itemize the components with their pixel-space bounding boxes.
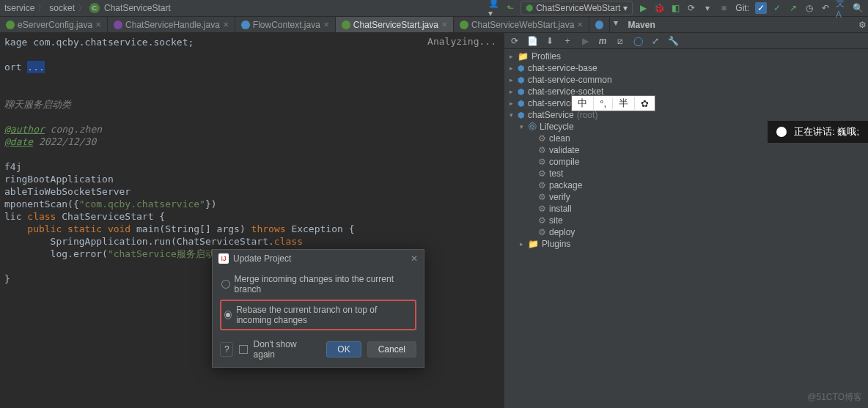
lifecycle-goal[interactable]: ⚙compile xyxy=(507,156,865,168)
update-project-icon[interactable]: ✓ xyxy=(755,2,767,14)
gear-icon: ⚙ xyxy=(538,145,546,155)
editor-tab[interactable]: FlowContext.java ✕ xyxy=(235,17,336,32)
ime-width[interactable]: 半 xyxy=(613,97,635,110)
editor-tab-active[interactable]: ChatServiceStart.java ✕ xyxy=(336,17,454,32)
run-configuration-selector[interactable]: ⬢ ChatServiceWebStart ▾ xyxy=(521,1,633,15)
editor-tab[interactable]: ChatServiceWebStart.java ✕ xyxy=(454,17,590,32)
lifecycle-goal[interactable]: ⚙site xyxy=(507,215,865,226)
class-icon xyxy=(342,21,350,29)
close-icon[interactable]: ✕ xyxy=(577,21,583,29)
close-icon[interactable]: ✕ xyxy=(411,253,418,264)
radio-checked-icon[interactable] xyxy=(224,311,232,319)
profile-icon[interactable]: ⟳ xyxy=(685,2,697,14)
lifecycle-goal[interactable]: ⚙deploy xyxy=(507,226,865,238)
lifecycle-goal[interactable]: ⚙verify xyxy=(507,191,865,203)
hammer-icon[interactable]: ⬑ xyxy=(504,2,516,14)
gear-icon: ⚙ xyxy=(538,168,546,179)
lifecycle-goal[interactable]: ⚙package xyxy=(507,179,865,191)
gear-icon: ⚙ xyxy=(538,227,546,237)
settings-icon[interactable]: ⚙ xyxy=(856,19,868,31)
ime-lang[interactable]: 中 xyxy=(572,97,594,110)
spring-boot-icon: ⬢ xyxy=(526,3,533,13)
editor-tab-empty[interactable] xyxy=(589,17,610,32)
editor-tab[interactable]: ChatServiceHandle.java ✕ xyxy=(108,17,235,32)
chevron-right-icon: 〉 xyxy=(37,2,46,15)
search-icon[interactable]: 🔍 xyxy=(852,2,864,14)
tree-node-module[interactable]: ▸⬢chat-service-common xyxy=(507,74,865,86)
tree-node-plugins[interactable]: ▸📁Plugins xyxy=(507,238,865,250)
tree-node-module[interactable]: ▸⬢chat-service-web xyxy=(507,97,865,109)
lifecycle-goal[interactable]: ⚙validate xyxy=(507,144,865,156)
breadcrumb-item[interactable]: socket xyxy=(49,3,75,13)
debug-icon[interactable]: 🐞 xyxy=(653,2,665,14)
chevron-right-icon[interactable]: ▸ xyxy=(507,76,515,84)
chevron-right-icon[interactable]: ▸ xyxy=(507,53,515,60)
lifecycle-goal[interactable]: ⚙test xyxy=(507,168,865,179)
help-button[interactable]: ? xyxy=(220,342,233,357)
cancel-button[interactable]: Cancel xyxy=(367,341,416,357)
download-icon[interactable]: ⬇ xyxy=(544,35,556,47)
microphone-icon[interactable] xyxy=(776,127,787,137)
close-icon[interactable]: ✕ xyxy=(223,21,229,29)
class-icon xyxy=(6,21,15,29)
push-icon[interactable]: ↗ xyxy=(787,2,799,14)
rollback-icon[interactable]: ↶ xyxy=(820,2,831,14)
chevron-down-icon[interactable]: ▾ xyxy=(518,123,525,130)
dont-show-checkbox[interactable] xyxy=(239,345,247,354)
more-icon[interactable]: ▾ xyxy=(702,2,713,14)
history-icon[interactable]: ◷ xyxy=(803,2,815,14)
module-icon: ⬢ xyxy=(518,75,525,85)
commit-icon[interactable]: ✓ xyxy=(771,2,783,14)
coverage-icon[interactable]: ◧ xyxy=(669,2,681,14)
tree-label: Profiles xyxy=(532,51,561,62)
editor-tab[interactable]: eServerConfig.java ✕ xyxy=(0,17,108,32)
radio-label: Rebase the current branch on top of inco… xyxy=(236,305,412,325)
breadcrumb-item[interactable]: tservice xyxy=(4,3,34,13)
ok-button[interactable]: OK xyxy=(326,341,361,357)
radio-unchecked-icon[interactable] xyxy=(221,280,230,289)
stop-icon[interactable]: ■ xyxy=(718,2,729,14)
dont-show-label: Don't show again xyxy=(254,339,315,360)
chevron-right-icon[interactable]: ▸ xyxy=(507,100,515,107)
ime-indicator[interactable]: 中 °, 半 ✿ xyxy=(571,95,655,111)
refresh-icon[interactable]: ⟳ xyxy=(509,35,521,47)
breadcrumb-item[interactable]: ChatServiceStart xyxy=(104,3,171,13)
ime-punct[interactable]: °, xyxy=(594,98,613,109)
chevron-right-icon[interactable]: ▸ xyxy=(518,240,525,248)
run-icon[interactable]: ▶ xyxy=(579,35,591,47)
tree-node-profiles[interactable]: ▸ 📁 Profiles xyxy=(507,51,865,62)
class-icon: C xyxy=(89,3,100,13)
rebase-option[interactable]: Rebase the current branch on top of inco… xyxy=(220,300,416,330)
chevron-right-icon[interactable]: ▸ xyxy=(507,64,515,72)
tree-label: validate xyxy=(549,145,579,155)
close-icon[interactable]: ✕ xyxy=(323,21,329,29)
close-icon[interactable]: ✕ xyxy=(95,21,101,29)
tree-node-root[interactable]: ▾⬢chatService (root) xyxy=(507,109,865,121)
root-suffix: (root) xyxy=(577,110,598,120)
chevron-right-icon[interactable]: ▸ xyxy=(507,88,515,95)
module-icon: ⬢ xyxy=(518,99,525,108)
dialog-header[interactable]: IJ Update Project ✕ xyxy=(213,250,424,267)
merge-option[interactable]: Merge incoming changes into the current … xyxy=(220,272,416,297)
ime-settings-icon[interactable]: ✿ xyxy=(635,98,655,109)
chevron-right-icon: 〉 xyxy=(78,2,87,15)
close-icon[interactable]: ✕ xyxy=(441,21,447,29)
generate-sources-icon[interactable]: 📄 xyxy=(526,35,538,47)
run-icon[interactable]: ▶ xyxy=(637,2,649,14)
toggle-skip-tests-icon[interactable]: ⧄ xyxy=(614,35,626,47)
chevron-down-icon[interactable]: ▾ xyxy=(610,17,622,29)
code-fold[interactable]: ... xyxy=(27,61,44,73)
user-icon[interactable]: 👤▾ xyxy=(488,2,500,14)
translate-icon[interactable]: 文A xyxy=(836,2,847,14)
chevron-down-icon[interactable]: ▾ xyxy=(507,111,515,119)
tree-node-module[interactable]: ▸⬢chat-service-socket xyxy=(507,86,865,97)
add-icon[interactable]: + xyxy=(562,35,573,47)
maven-m-icon[interactable]: m xyxy=(597,35,608,47)
wrench-icon[interactable]: 🔧 xyxy=(667,35,679,47)
module-icon: ⬢ xyxy=(518,111,525,120)
lifecycle-goal[interactable]: ⚙install xyxy=(507,203,865,215)
tree-node-module[interactable]: ▸⬢chat-service-base xyxy=(507,62,865,74)
tree-label: Lifecycle xyxy=(540,122,574,132)
offline-icon[interactable]: ◯ xyxy=(632,35,644,47)
collapse-icon[interactable]: ⤢ xyxy=(650,35,661,47)
